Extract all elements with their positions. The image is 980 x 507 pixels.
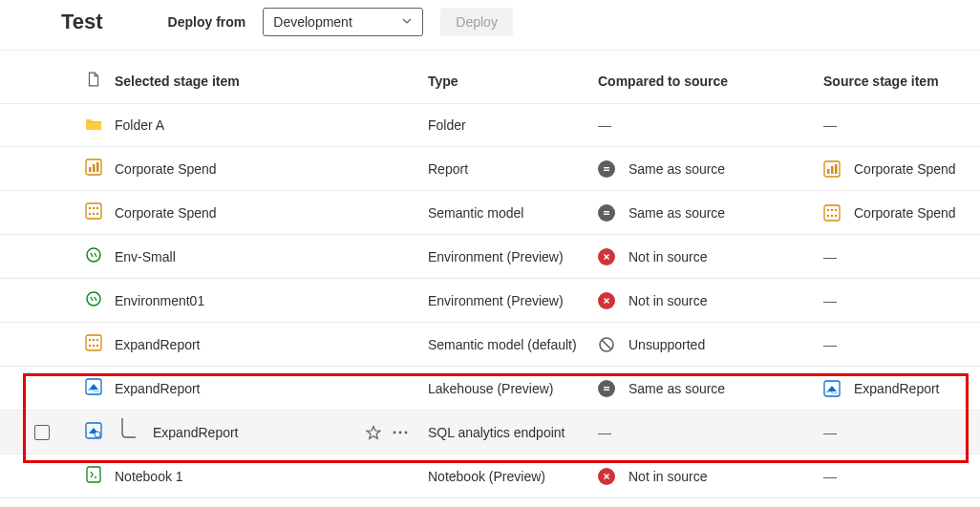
svg-rect-4 (604, 167, 609, 168)
svg-rect-17 (604, 211, 609, 212)
svg-point-32 (89, 345, 91, 347)
svg-rect-19 (824, 205, 840, 221)
svg-rect-7 (827, 169, 830, 174)
svg-rect-9 (835, 164, 838, 174)
same-as-source-icon (598, 380, 615, 397)
source-item-name: Corporate Spend (854, 205, 956, 221)
svg-point-14 (89, 213, 91, 215)
svg-rect-8 (831, 166, 834, 174)
notebook-icon (85, 466, 102, 483)
item-type: Environment (Preview) (428, 293, 598, 308)
semantic-icon (85, 202, 102, 220)
svg-point-27 (87, 292, 100, 306)
svg-point-43 (399, 431, 402, 433)
table-row[interactable]: Corporate SpendReportSame as sourceCorpo… (0, 147, 980, 191)
status-text: Not in source (628, 293, 707, 308)
item-type: SQL analytics endpoint (428, 425, 598, 440)
tree-indent-icon (118, 418, 138, 446)
svg-point-12 (93, 207, 95, 209)
status-text: Unsupported (628, 337, 705, 352)
deploy-from-dropdown[interactable]: Development (263, 8, 423, 36)
svg-rect-3 (96, 162, 99, 172)
dash-icon: — (823, 117, 837, 133)
svg-point-29 (89, 339, 91, 341)
svg-point-26 (87, 248, 100, 262)
header-type[interactable]: Type (428, 74, 598, 89)
item-name: Corporate Spend (115, 205, 217, 221)
svg-rect-45 (87, 467, 100, 482)
dash-icon: — (823, 469, 837, 484)
svg-point-15 (93, 213, 95, 215)
svg-point-30 (93, 339, 95, 341)
lakehouse-icon (823, 380, 841, 397)
dash-icon: — (598, 425, 611, 440)
table-row[interactable]: Environment01Environment (Preview)Not in… (0, 279, 980, 323)
table-header: Selected stage item Type Compared to sou… (0, 51, 980, 104)
status-text: Same as source (628, 381, 725, 396)
svg-point-44 (405, 431, 408, 433)
semantic-icon (823, 204, 841, 222)
chevron-down-icon (401, 14, 413, 30)
report-icon (823, 160, 841, 178)
header-name[interactable]: Selected stage item (115, 74, 428, 89)
not-in-source-icon (598, 292, 615, 309)
svg-rect-38 (604, 389, 609, 390)
svg-point-21 (831, 208, 833, 210)
table-row[interactable]: ExpandReportSemantic model (default)Unsu… (0, 323, 980, 367)
table-row[interactable]: ExpandReportLakehouse (Preview)Same as s… (0, 367, 980, 411)
dash-icon: — (823, 337, 837, 352)
svg-point-34 (96, 345, 98, 347)
lakehouse-icon (85, 378, 102, 395)
table-row[interactable]: Corporate SpendSemantic modelSame as sou… (0, 191, 980, 235)
item-name: ExpandReport (115, 337, 201, 352)
svg-rect-18 (604, 213, 609, 214)
table-row[interactable]: Folder AFolder—— (0, 104, 980, 147)
status-text: Not in source (628, 469, 707, 484)
item-type: Semantic model (428, 205, 598, 221)
semantic-icon (85, 334, 102, 351)
svg-point-24 (831, 214, 833, 216)
item-type: Report (428, 161, 598, 177)
svg-point-23 (827, 214, 829, 216)
svg-point-33 (93, 345, 95, 347)
header-icon-col (36, 72, 115, 90)
item-name: Env-Small (115, 249, 176, 264)
source-item-name: Corporate Spend (854, 161, 956, 177)
item-type: Lakehouse (Preview) (428, 381, 598, 396)
favorite-star-icon[interactable] (365, 424, 382, 441)
table-row[interactable]: Notebook 1Notebook (Preview)Not in sourc… (0, 454, 980, 498)
item-name: Environment01 (115, 293, 204, 308)
header-compared[interactable]: Compared to source (598, 74, 823, 89)
item-type: Folder (428, 117, 598, 133)
svg-rect-37 (604, 387, 609, 388)
svg-point-25 (835, 214, 837, 216)
status-text: Same as source (628, 161, 725, 177)
svg-rect-10 (86, 203, 101, 219)
more-options-icon[interactable] (392, 424, 409, 441)
environment-icon (85, 246, 102, 264)
svg-point-20 (827, 208, 829, 210)
deploy-button[interactable]: Deploy (440, 8, 513, 36)
stage-title: Test (61, 10, 103, 34)
item-name: ExpandReport (115, 381, 201, 396)
svg-point-16 (96, 213, 98, 215)
item-name: Folder A (115, 117, 164, 133)
report-icon (85, 158, 102, 176)
dropdown-value: Development (273, 14, 352, 30)
item-type: Environment (Preview) (428, 249, 598, 264)
item-type: Notebook (Preview) (428, 469, 598, 484)
svg-rect-1 (89, 167, 92, 172)
svg-point-42 (394, 431, 396, 433)
items-table: Selected stage item Type Compared to sou… (0, 51, 980, 498)
same-as-source-icon (598, 204, 615, 222)
svg-point-31 (96, 339, 98, 341)
svg-point-22 (835, 208, 837, 210)
table-row[interactable]: Env-SmallEnvironment (Preview)Not in sou… (0, 235, 980, 279)
folder-icon (85, 116, 102, 133)
unsupported-icon (598, 336, 615, 353)
item-name: ExpandReport (153, 425, 239, 440)
table-row[interactable]: ExpandReportSQL analytics endpoint—— (0, 411, 980, 454)
not-in-source-icon (598, 468, 615, 485)
header-source[interactable]: Source stage item (823, 74, 980, 89)
stage-header: Test Deploy from Development Deploy (0, 0, 980, 51)
